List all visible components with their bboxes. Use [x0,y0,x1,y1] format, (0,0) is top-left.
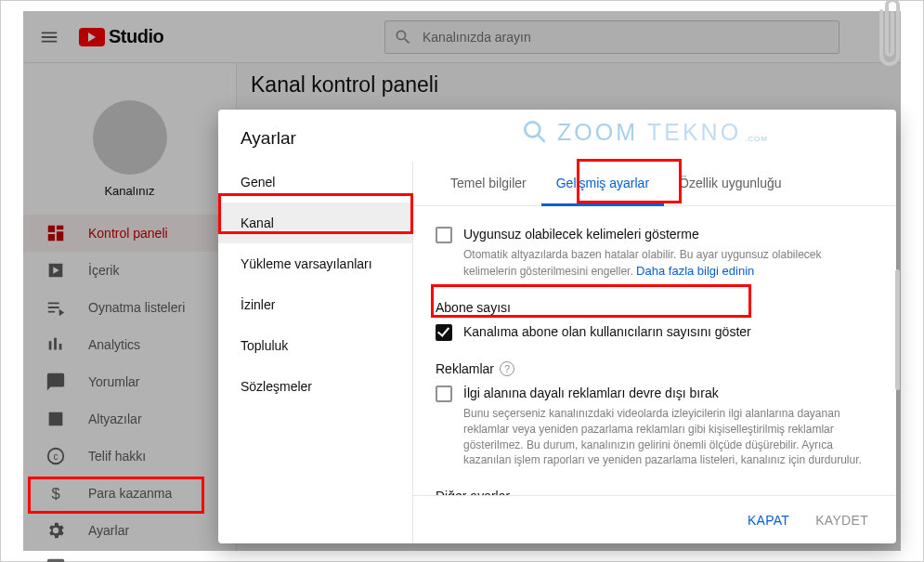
dialog-side-nav: GenelKanalYükleme varsayılanlarıİzinlerT… [218,162,413,543]
dialog-save-button[interactable]: KAYDET [802,505,881,535]
show-subscriber-count-label: Kanalıma abone olan kullanıcıların sayıs… [463,324,751,339]
inappropriate-words-label: Uygunsuz olabilecek kelimeleri gösterme [463,227,699,242]
dialog-tab[interactable]: Gelişmiş ayarlar [541,162,664,206]
dialog-side-item[interactable]: İzinler [218,284,412,325]
disable-interest-ads-label: İlgi alanına dayalı reklamları devre dış… [463,386,719,400]
dialog-side-item[interactable]: Topluluk [218,325,412,366]
dialog-tab[interactable]: Özellik uygunluğu [664,162,797,206]
other-section-head: Diğer ayarlar [436,489,874,495]
dialog-tabs: Temel bilgilerGelişmiş ayarlarÖzellik uy… [413,162,896,206]
dialog-actions: KAPAT KAYDET [413,495,896,543]
disable-interest-ads-checkbox[interactable] [436,386,452,402]
dialog-tab[interactable]: Temel bilgiler [436,162,541,206]
show-subscriber-count-checkbox[interactable] [436,324,452,341]
dialog-side-item[interactable]: Genel [218,162,412,203]
ads-note: Bunu seçerseniz kanalınızdaki videolarda… [463,406,874,468]
sidebar-item-feedback[interactable]: Geri bildirim gönder [23,549,236,562]
dialog-side-item[interactable]: Kanal [218,203,412,243]
ads-section-head: Reklamlar ? [436,361,874,376]
dialog-close-button[interactable]: KAPAT [735,505,802,535]
settings-dialog: Ayarlar GenelKanalYükleme varsayılanları… [218,110,896,543]
dialog-content: Uygunsuz olabilecek kelimeleri gösterme … [413,206,896,495]
inappropriate-words-checkbox[interactable] [436,227,452,243]
inappropriate-words-note: Otomatik altyazılarda bazen hatalar olab… [463,247,874,280]
subscribers-section-head: Abone sayısı [436,300,874,315]
help-icon[interactable]: ? [500,361,514,376]
paperclip-icon [874,0,905,77]
dialog-scrollbar[interactable] [895,269,900,390]
feedback-icon [46,557,66,562]
learn-more-link[interactable]: Daha fazla bilgi edinin [636,264,754,278]
dialog-side-item[interactable]: Sözleşmeler [218,366,412,407]
dialog-side-item[interactable]: Yükleme varsayılanları [218,243,412,284]
dialog-title: Ayarlar [218,110,896,162]
